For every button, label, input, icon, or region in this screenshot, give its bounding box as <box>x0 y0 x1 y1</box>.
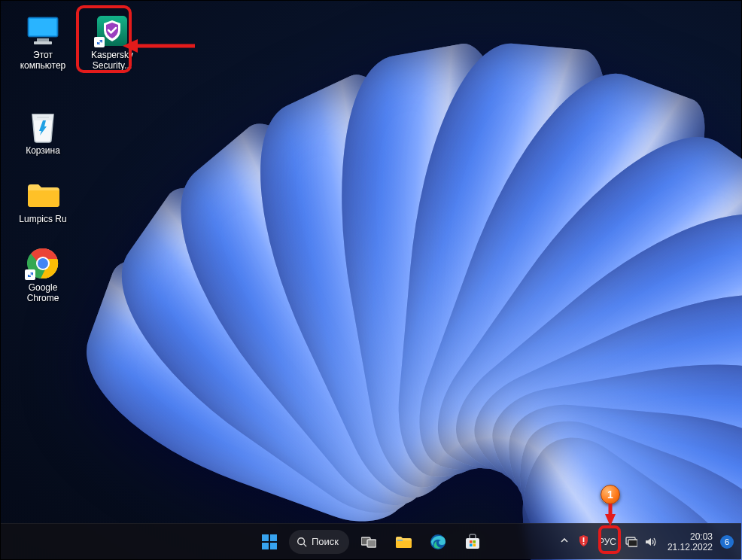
svg-rect-23 <box>470 540 473 543</box>
date-label: 21.12.2022 <box>667 542 713 552</box>
svg-rect-22 <box>466 538 479 549</box>
notification-count: 6 <box>725 537 729 546</box>
svg-rect-14 <box>270 543 277 549</box>
edge-icon <box>430 534 446 550</box>
svg-line-16 <box>304 543 307 546</box>
icon-label: Chrome <box>27 293 59 303</box>
desktop-icons-area: Этот компьютер Корзина Lu <box>11 10 79 323</box>
tray-kaspersky-icon[interactable] <box>578 534 589 549</box>
svg-rect-20 <box>397 540 403 541</box>
task-view-button[interactable] <box>354 527 384 557</box>
svg-point-6 <box>38 258 48 269</box>
time-label: 20:03 <box>667 531 713 542</box>
tray-overflow-button[interactable] <box>557 536 572 547</box>
svg-rect-18 <box>367 540 376 547</box>
volume-icon <box>645 537 657 547</box>
svg-rect-28 <box>583 543 585 544</box>
notification-center-button[interactable]: 6 <box>720 535 734 549</box>
svg-rect-24 <box>473 540 476 543</box>
desktop-icon-this-pc[interactable]: Этот компьютер <box>11 11 75 74</box>
search-icon <box>296 537 307 547</box>
icon-label: компьютер <box>20 60 66 71</box>
svg-rect-25 <box>470 543 473 546</box>
folder-icon <box>26 181 59 208</box>
microsoft-store-icon <box>464 534 481 550</box>
task-view-icon <box>361 536 376 548</box>
windows-start-icon <box>262 534 277 549</box>
icon-label: Lumpics Ru <box>19 214 66 224</box>
icon-label: Корзина <box>26 145 60 156</box>
svg-rect-13 <box>262 543 269 549</box>
shortcut-overlay-icon <box>94 37 105 47</box>
icon-label: Kaspersky <box>91 50 133 60</box>
monitor-icon <box>26 16 59 46</box>
windows-desktop: Этот компьютер Корзина Lu <box>0 0 742 560</box>
taskbar-app-explorer[interactable] <box>388 527 418 557</box>
svg-rect-2 <box>37 38 49 41</box>
icon-label: Этот <box>33 50 53 60</box>
taskbar-search[interactable]: Поиск <box>289 530 349 554</box>
recycle-bin-icon <box>28 110 58 143</box>
svg-rect-27 <box>583 537 585 542</box>
svg-point-15 <box>298 537 305 544</box>
shield-alert-icon <box>578 534 589 547</box>
shortcut-overlay-icon <box>25 269 35 280</box>
system-tray <box>575 534 592 549</box>
taskbar-app-store[interactable] <box>458 527 488 557</box>
taskbar-clock[interactable]: 20:03 21.12.2022 <box>663 531 717 552</box>
taskbar: Поиск <box>1 523 741 559</box>
icon-label: Security... <box>93 60 132 71</box>
desktop-icon-folder-lumpics[interactable]: Lumpics Ru <box>11 175 75 227</box>
svg-rect-3 <box>34 41 52 44</box>
desktop-icon-recycle-bin[interactable]: Корзина <box>11 107 75 159</box>
taskbar-right: РУС 20:03 21.12.2022 6 <box>557 531 734 552</box>
svg-rect-19 <box>396 540 412 548</box>
network-icon <box>625 537 637 547</box>
taskbar-center: Поиск <box>254 527 488 557</box>
badge-number: 1 <box>607 488 613 501</box>
taskbar-app-edge[interactable] <box>423 527 453 557</box>
annotation-step-badge-1: 1 <box>601 485 620 504</box>
svg-rect-26 <box>473 543 476 546</box>
icon-label: Google <box>29 282 58 293</box>
quick-settings-button[interactable] <box>622 537 660 547</box>
start-button[interactable] <box>254 527 284 557</box>
language-label: РУС <box>598 537 616 547</box>
language-indicator[interactable]: РУС <box>595 537 619 547</box>
svg-rect-30 <box>628 540 637 546</box>
svg-rect-12 <box>270 534 277 541</box>
search-label: Поиск <box>312 536 339 547</box>
file-explorer-icon <box>395 535 412 549</box>
chevron-up-icon <box>560 536 569 545</box>
desktop-icon-kaspersky[interactable]: Kaspersky Security... <box>81 11 144 74</box>
svg-rect-1 <box>29 19 56 35</box>
desktop-icon-chrome[interactable]: Google Chrome <box>11 244 75 306</box>
wallpaper-bloom <box>151 46 723 528</box>
svg-rect-11 <box>262 534 269 541</box>
